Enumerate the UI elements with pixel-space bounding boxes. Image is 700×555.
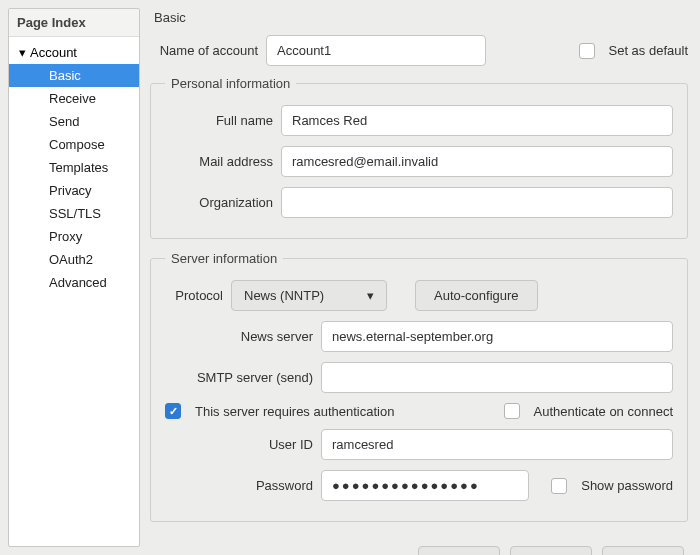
chevron-down-icon: ▾	[367, 288, 374, 303]
page-index-sidebar: Page Index ▾Account Basic Receive Send C…	[8, 8, 140, 547]
user-id-input[interactable]	[321, 429, 673, 460]
sidebar-item-privacy[interactable]: Privacy	[9, 179, 139, 202]
name-of-account-input[interactable]	[266, 35, 486, 66]
protocol-value: News (NNTP)	[244, 288, 324, 303]
mail-address-label: Mail address	[165, 154, 273, 169]
sidebar-item-receive[interactable]: Receive	[9, 87, 139, 110]
set-as-default-checkbox[interactable]	[579, 43, 595, 59]
sidebar-item-ssltls[interactable]: SSL/TLS	[9, 202, 139, 225]
smtp-server-label: SMTP server (send)	[165, 370, 313, 385]
full-name-input[interactable]	[281, 105, 673, 136]
sidebar-item-oauth2[interactable]: OAuth2	[9, 248, 139, 271]
sidebar-item-templates[interactable]: Templates	[9, 156, 139, 179]
user-id-label: User ID	[165, 437, 313, 452]
smtp-server-input[interactable]	[321, 362, 673, 393]
organization-label: Organization	[165, 195, 273, 210]
sidebar-item-send[interactable]: Send	[9, 110, 139, 133]
sidebar-item-compose[interactable]: Compose	[9, 133, 139, 156]
personal-information-group: Personal information Full name Mail addr…	[150, 76, 688, 239]
mail-address-input[interactable]	[281, 146, 673, 177]
sidebar-item-basic[interactable]: Basic	[9, 64, 139, 87]
sidebar-item-proxy[interactable]: Proxy	[9, 225, 139, 248]
sidebar-item-advanced[interactable]: Advanced	[9, 271, 139, 294]
protocol-select[interactable]: News (NNTP) ▾	[231, 280, 387, 311]
dialog-footer: Apply Cancel OK	[150, 534, 688, 555]
page-title: Basic	[150, 8, 688, 35]
sidebar-tree: ▾Account Basic Receive Send Compose Temp…	[9, 37, 139, 298]
requires-auth-checkbox[interactable]	[165, 403, 181, 419]
password-label: Password	[165, 478, 313, 493]
organization-input[interactable]	[281, 187, 673, 218]
server-information-legend: Server information	[165, 251, 283, 266]
set-as-default-label: Set as default	[609, 43, 689, 58]
chevron-down-icon: ▾	[19, 45, 26, 60]
personal-information-legend: Personal information	[165, 76, 296, 91]
auto-configure-button[interactable]: Auto-configure	[415, 280, 538, 311]
cancel-button[interactable]: Cancel	[510, 546, 592, 555]
sidebar-root-label: Account	[30, 45, 77, 60]
auth-on-connect-checkbox[interactable]	[504, 403, 520, 419]
show-password-label: Show password	[581, 478, 673, 493]
news-server-label: News server	[165, 329, 313, 344]
name-of-account-label: Name of account	[150, 43, 258, 58]
auth-on-connect-label: Authenticate on connect	[534, 404, 674, 419]
sidebar-root-account[interactable]: ▾Account	[9, 41, 139, 64]
full-name-label: Full name	[165, 113, 273, 128]
protocol-label: Protocol	[165, 288, 223, 303]
show-password-checkbox[interactable]	[551, 478, 567, 494]
content-pane: Basic Name of account Set as default Per…	[140, 0, 700, 555]
ok-button[interactable]: OK	[602, 546, 684, 555]
news-server-input[interactable]	[321, 321, 673, 352]
server-information-group: Server information Protocol News (NNTP) …	[150, 251, 688, 522]
apply-button[interactable]: Apply	[418, 546, 500, 555]
password-input[interactable]	[321, 470, 529, 501]
sidebar-title: Page Index	[9, 9, 139, 37]
requires-auth-label: This server requires authentication	[195, 404, 394, 419]
